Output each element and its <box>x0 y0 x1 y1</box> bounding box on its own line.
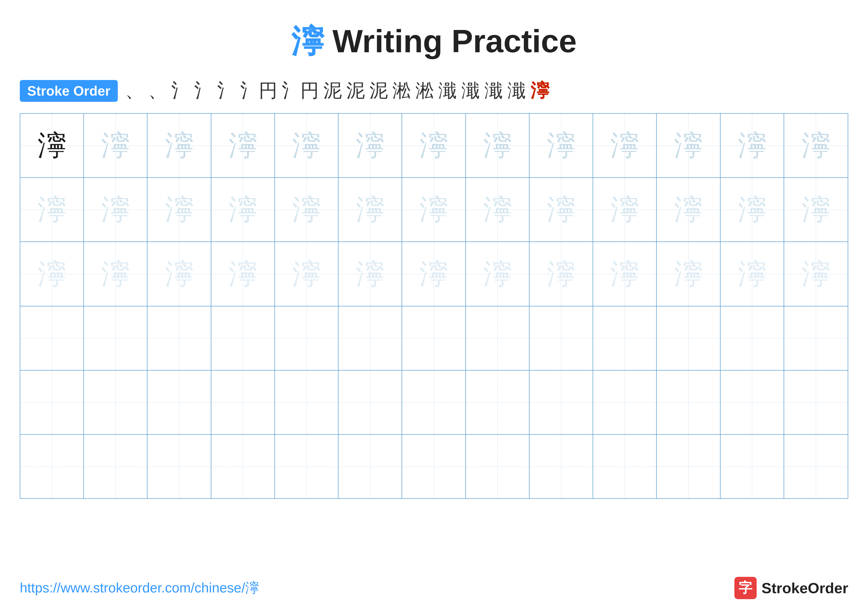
grid-cell-r3-c3[interactable]: 濘 <box>147 242 211 306</box>
grid-cell-r5-c11[interactable] <box>657 370 720 434</box>
grid-cell-r1-c12[interactable]: 濘 <box>721 114 784 177</box>
stroke-step-17: 濘 <box>530 78 549 103</box>
grid-cell-r5-c4[interactable] <box>211 370 275 434</box>
grid-cell-r4-c6[interactable] <box>338 306 402 370</box>
grid-cell-r1-c11[interactable]: 濘 <box>657 114 720 177</box>
char-r2c10: 濘 <box>611 190 639 229</box>
char-r1c10: 濘 <box>611 126 639 165</box>
grid-cell-r1-c8[interactable]: 濘 <box>466 114 530 177</box>
grid-cell-r3-c5[interactable]: 濘 <box>275 242 338 306</box>
grid-cell-r3-c13[interactable]: 濘 <box>784 242 848 306</box>
grid-cell-r5-c7[interactable] <box>402 370 466 434</box>
grid-cell-r5-c6[interactable] <box>338 370 402 434</box>
grid-cell-r1-c3[interactable]: 濘 <box>147 114 211 177</box>
grid-cell-r6-c3[interactable] <box>147 435 211 498</box>
grid-cell-r6-c1[interactable] <box>20 435 84 498</box>
grid-cell-r1-c9[interactable]: 濘 <box>530 114 593 177</box>
grid-cell-r3-c11[interactable]: 濘 <box>657 242 720 306</box>
grid-cell-r2-c6[interactable]: 濘 <box>338 178 402 241</box>
grid-cell-r5-c10[interactable] <box>593 370 657 434</box>
char-r1c7: 濘 <box>419 126 448 165</box>
grid-cell-r5-c1[interactable] <box>20 370 84 434</box>
grid-cell-r3-c7[interactable]: 濘 <box>402 242 466 306</box>
char-r2c7: 濘 <box>419 190 448 229</box>
grid-cell-r4-c5[interactable] <box>275 306 338 370</box>
char-r3c11: 濘 <box>674 255 702 293</box>
grid-cell-r5-c5[interactable] <box>275 370 338 434</box>
grid-cell-r5-c2[interactable] <box>84 370 147 434</box>
grid-row-2: 濘 濘 濘 濘 濘 濘 濘 濘 濘 濘 濘 濘 濘 <box>20 178 848 242</box>
footer-url[interactable]: https://www.strokeorder.com/chinese/濘 <box>20 579 259 597</box>
grid-cell-r3-c10[interactable]: 濘 <box>593 242 657 306</box>
char-r2c11: 濘 <box>674 190 702 229</box>
grid-cell-r3-c6[interactable]: 濘 <box>338 242 402 306</box>
grid-cell-r4-c1[interactable] <box>20 306 84 370</box>
stroke-step-5: 氵 <box>217 78 236 103</box>
grid-cell-r5-c3[interactable] <box>147 370 211 434</box>
grid-cell-r4-c3[interactable] <box>147 306 211 370</box>
grid-cell-r1-c10[interactable]: 濘 <box>593 114 657 177</box>
char-r2c3: 濘 <box>165 190 194 229</box>
grid-cell-r3-c4[interactable]: 濘 <box>211 242 275 306</box>
grid-cell-r1-c5[interactable]: 濘 <box>275 114 338 177</box>
grid-cell-r2-c8[interactable]: 濘 <box>466 178 530 241</box>
grid-cell-r5-c9[interactable] <box>530 370 593 434</box>
grid-cell-r6-c6[interactable] <box>338 435 402 498</box>
grid-cell-r4-c10[interactable] <box>593 306 657 370</box>
grid-cell-r2-c7[interactable]: 濘 <box>402 178 466 241</box>
grid-cell-r3-c8[interactable]: 濘 <box>466 242 530 306</box>
grid-cell-r4-c12[interactable] <box>721 306 784 370</box>
char-r3c9: 濘 <box>547 255 575 293</box>
grid-cell-r3-c2[interactable]: 濘 <box>84 242 147 306</box>
grid-cell-r4-c13[interactable] <box>784 306 848 370</box>
stroke-step-1: 、 <box>125 78 144 103</box>
grid-cell-r4-c9[interactable] <box>530 306 593 370</box>
grid-cell-r2-c5[interactable]: 濘 <box>275 178 338 241</box>
grid-cell-r2-c11[interactable]: 濘 <box>657 178 720 241</box>
char-r1c1: 濘 <box>37 126 66 165</box>
grid-cell-r1-c13[interactable]: 濘 <box>784 114 848 177</box>
grid-cell-r6-c12[interactable] <box>721 435 784 498</box>
stroke-step-3: 氵 <box>171 78 190 103</box>
grid-cell-r6-c7[interactable] <box>402 435 466 498</box>
grid-cell-r6-c11[interactable] <box>657 435 720 498</box>
grid-cell-r3-c1[interactable]: 濘 <box>20 242 84 306</box>
grid-cell-r2-c3[interactable]: 濘 <box>147 178 211 241</box>
grid-cell-r2-c1[interactable]: 濘 <box>20 178 84 241</box>
char-r3c13: 濘 <box>802 255 830 293</box>
grid-cell-r4-c4[interactable] <box>211 306 275 370</box>
grid-cell-r6-c13[interactable] <box>784 435 848 498</box>
grid-cell-r1-c1[interactable]: 濘 <box>20 114 84 177</box>
char-r2c1: 濘 <box>37 190 66 229</box>
grid-cell-r6-c8[interactable] <box>466 435 530 498</box>
grid-cell-r2-c2[interactable]: 濘 <box>84 178 147 241</box>
grid-cell-r3-c9[interactable]: 濘 <box>530 242 593 306</box>
grid-cell-r5-c8[interactable] <box>466 370 530 434</box>
footer: https://www.strokeorder.com/chinese/濘 字 … <box>0 577 868 599</box>
grid-cell-r5-c12[interactable] <box>721 370 784 434</box>
grid-cell-r1-c2[interactable]: 濘 <box>84 114 147 177</box>
grid-cell-r1-c6[interactable]: 濘 <box>338 114 402 177</box>
grid-cell-r4-c7[interactable] <box>402 306 466 370</box>
char-r2c12: 濘 <box>738 190 766 229</box>
grid-cell-r3-c12[interactable]: 濘 <box>721 242 784 306</box>
grid-cell-r6-c4[interactable] <box>211 435 275 498</box>
page-title: 濘 Writing Practice <box>0 0 868 78</box>
grid-cell-r4-c8[interactable] <box>466 306 530 370</box>
grid-cell-r6-c5[interactable] <box>275 435 338 498</box>
grid-cell-r6-c10[interactable] <box>593 435 657 498</box>
grid-cell-r2-c9[interactable]: 濘 <box>530 178 593 241</box>
grid-cell-r6-c9[interactable] <box>530 435 593 498</box>
grid-cell-r1-c4[interactable]: 濘 <box>211 114 275 177</box>
grid-cell-r2-c12[interactable]: 濘 <box>721 178 784 241</box>
grid-cell-r2-c13[interactable]: 濘 <box>784 178 848 241</box>
grid-cell-r4-c11[interactable] <box>657 306 720 370</box>
grid-cell-r1-c7[interactable]: 濘 <box>402 114 466 177</box>
grid-row-3: 濘 濘 濘 濘 濘 濘 濘 濘 濘 濘 濘 濘 濘 <box>20 242 848 306</box>
stroke-order-badge: Stroke Order <box>20 80 118 102</box>
grid-cell-r2-c4[interactable]: 濘 <box>211 178 275 241</box>
grid-cell-r2-c10[interactable]: 濘 <box>593 178 657 241</box>
grid-cell-r4-c2[interactable] <box>84 306 147 370</box>
grid-cell-r5-c13[interactable] <box>784 370 848 434</box>
grid-cell-r6-c2[interactable] <box>84 435 147 498</box>
